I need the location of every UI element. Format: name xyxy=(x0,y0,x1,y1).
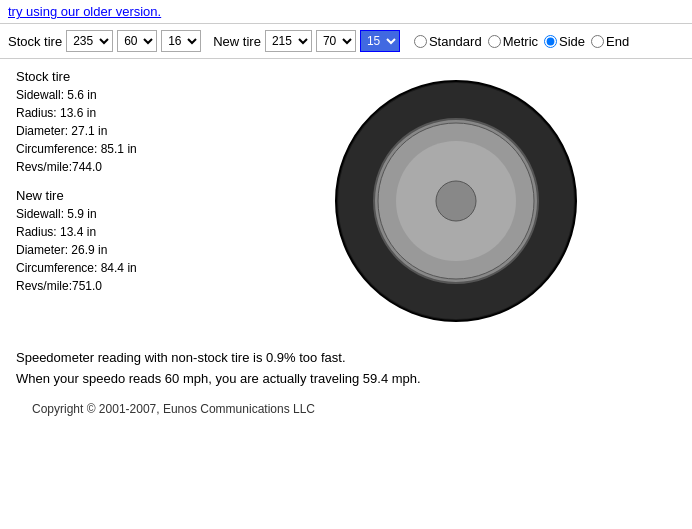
radio-end[interactable]: End xyxy=(591,34,629,49)
new-width-select[interactable]: 215 xyxy=(265,30,312,52)
view-radio-group: Standard Metric Side End xyxy=(414,34,629,49)
new-aspect-select[interactable]: 70 xyxy=(316,30,356,52)
speedometer-line2: When your speedo reads 60 mph, you are a… xyxy=(16,369,676,390)
svg-point-5 xyxy=(436,181,476,221)
stock-diameter: Diameter: 27.1 in xyxy=(16,122,216,140)
info-panel: Stock tire Sidewall: 5.6 in Radius: 13.6… xyxy=(16,69,216,334)
copyright: Copyright © 2001-2007, Eunos Communicati… xyxy=(0,398,692,424)
stock-revs: Revs/mile:744.0 xyxy=(16,158,216,176)
stock-info-section: Stock tire Sidewall: 5.6 in Radius: 13.6… xyxy=(16,69,216,176)
new-sidewall: Sidewall: 5.9 in xyxy=(16,205,216,223)
stock-tire-section-title: Stock tire xyxy=(16,69,216,84)
radio-side[interactable]: Side xyxy=(544,34,585,49)
speedometer-line1: Speedometer reading with non-stock tire … xyxy=(16,348,676,369)
controls-row: Stock tire 235 60 16 New tire 215 70 15 … xyxy=(0,24,692,59)
new-radius: Radius: 13.4 in xyxy=(16,223,216,241)
stock-circumference: Circumference: 85.1 in xyxy=(16,140,216,158)
new-tire-section-title: New tire xyxy=(16,188,216,203)
speedometer-section: Speedometer reading with non-stock tire … xyxy=(0,344,692,398)
radio-standard[interactable]: Standard xyxy=(414,34,482,49)
stock-width-select[interactable]: 235 xyxy=(66,30,113,52)
main-content: Stock tire Sidewall: 5.6 in Radius: 13.6… xyxy=(0,59,692,344)
new-circumference: Circumference: 84.4 in xyxy=(16,259,216,277)
stock-tire-label: Stock tire xyxy=(8,34,62,49)
stock-sidewall: Sidewall: 5.6 in xyxy=(16,86,216,104)
new-info-section: New tire Sidewall: 5.9 in Radius: 13.4 i… xyxy=(16,188,216,295)
top-bar: try using our older version. xyxy=(0,0,692,24)
radio-metric[interactable]: Metric xyxy=(488,34,538,49)
new-tire-label: New tire xyxy=(213,34,261,49)
new-rim-select[interactable]: 15 xyxy=(360,30,400,52)
new-diameter: Diameter: 26.9 in xyxy=(16,241,216,259)
copyright-text: Copyright © 2001-2007, Eunos Communicati… xyxy=(32,402,315,416)
stock-radius: Radius: 13.6 in xyxy=(16,104,216,122)
tire-visual xyxy=(236,69,676,334)
older-version-link[interactable]: try using our older version. xyxy=(8,4,161,19)
tire-svg xyxy=(324,69,589,334)
stock-aspect-select[interactable]: 60 xyxy=(117,30,157,52)
stock-rim-select[interactable]: 16 xyxy=(161,30,201,52)
new-revs: Revs/mile:751.0 xyxy=(16,277,216,295)
